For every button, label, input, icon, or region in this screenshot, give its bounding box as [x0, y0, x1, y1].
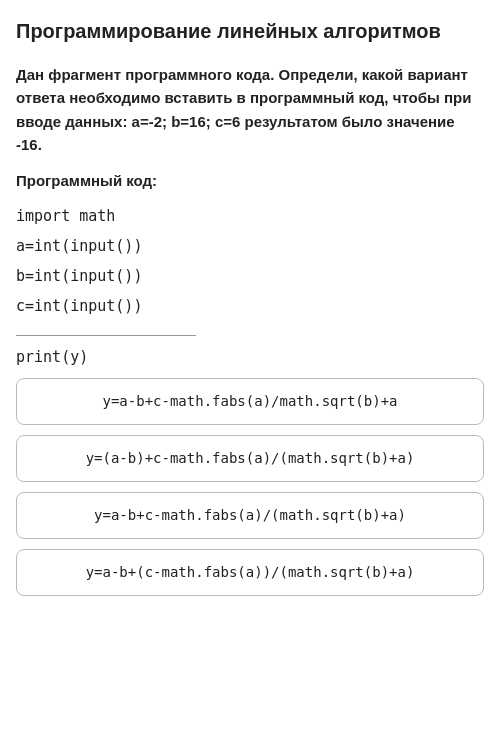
- code-divider: [16, 335, 196, 336]
- code-line-2: a=int(input()): [16, 231, 484, 261]
- option-3[interactable]: y=a-b+c-math.fabs(a)/(math.sqrt(b)+a): [16, 492, 484, 539]
- page-title: Программирование линейных алгоритмов: [16, 18, 484, 45]
- options-list: y=a-b+c-math.fabs(a)/math.sqrt(b)+a y=(a…: [16, 378, 484, 596]
- code-line-3: b=int(input()): [16, 261, 484, 291]
- question-text: Дан фрагмент программного кода. Определи…: [16, 63, 484, 156]
- option-4[interactable]: y=a-b+(c-math.fabs(a))/(math.sqrt(b)+a): [16, 549, 484, 596]
- code-block: import math a=int(input()) b=int(input()…: [16, 201, 484, 321]
- page-container: Программирование линейных алгоритмов Дан…: [0, 0, 500, 620]
- option-2[interactable]: y=(a-b)+c-math.fabs(a)/(math.sqrt(b)+a): [16, 435, 484, 482]
- print-line: print(y): [16, 346, 484, 369]
- option-1[interactable]: y=a-b+c-math.fabs(a)/math.sqrt(b)+a: [16, 378, 484, 425]
- code-line-4: c=int(input()): [16, 291, 484, 321]
- code-line-1: import math: [16, 201, 484, 231]
- code-section-label: Программный код:: [16, 170, 484, 193]
